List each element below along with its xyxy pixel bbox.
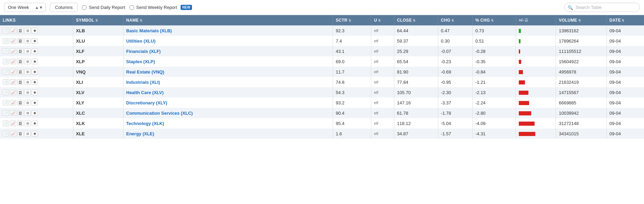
doc-icon[interactable]: 📄 <box>3 100 9 105</box>
settings-icon[interactable]: ⚙ <box>24 131 31 136</box>
settings-icon[interactable]: ⚙ <box>24 121 31 126</box>
asterisk-icon[interactable]: ✱ <box>32 59 38 64</box>
chart-icon[interactable]: 📈 <box>10 69 16 75</box>
image-icon[interactable]: 🖼 <box>17 28 23 33</box>
image-icon[interactable]: 🖼 <box>17 110 23 116</box>
col-volume[interactable]: VOLUME⇅ <box>556 15 607 25</box>
col-chg[interactable]: CHG⇅ <box>438 15 472 25</box>
doc-icon[interactable]: 📄 <box>3 90 9 95</box>
chart-icon[interactable]: 📈 <box>10 48 16 54</box>
chart-icon[interactable]: 📈 <box>10 110 16 116</box>
chart-icon[interactable]: 📈 <box>10 100 16 105</box>
name-cell[interactable]: Utilities (XLU) <box>123 36 333 46</box>
search-input[interactable] <box>564 3 640 12</box>
settings-icon[interactable]: ⚙ <box>24 59 31 64</box>
asterisk-icon[interactable]: ✱ <box>32 121 38 126</box>
settings-icon[interactable]: ⚙ <box>24 38 31 44</box>
col-date[interactable]: DATE⇅ <box>607 15 644 25</box>
settings-icon[interactable]: ⚙ <box>24 48 31 54</box>
asterisk-icon[interactable]: ✱ <box>32 131 38 136</box>
bar-cell <box>516 77 556 87</box>
image-icon[interactable]: 🖼 <box>17 131 23 136</box>
name-cell[interactable]: Industrials (XLI) <box>123 77 333 87</box>
close-cell: 65.54 <box>394 56 438 67</box>
chart-icon[interactable]: 📈 <box>10 121 16 126</box>
settings-icon[interactable]: ⚙ <box>24 28 31 33</box>
doc-icon[interactable]: 📄 <box>3 121 9 126</box>
asterisk-icon[interactable]: ✱ <box>32 110 38 116</box>
send-weekly-radio-group[interactable]: Send Weekly Report NEW <box>129 5 192 10</box>
col-sctr[interactable]: SCTR⇅ <box>333 15 371 25</box>
asterisk-icon[interactable]: ✱ <box>32 90 38 95</box>
doc-icon[interactable]: 📄 <box>3 110 9 116</box>
settings-icon[interactable]: ⚙ <box>24 90 31 95</box>
chart-icon[interactable]: 📈 <box>10 131 16 136</box>
name-cell[interactable]: Basic Materials (XLB) <box>123 25 333 36</box>
asterisk-icon[interactable]: ✱ <box>32 48 38 54</box>
col-close[interactable]: CLOSE⇅ <box>394 15 438 25</box>
name-cell[interactable]: Staples (XLP) <box>123 56 333 67</box>
settings-icon[interactable]: ⚙ <box>24 110 31 116</box>
image-icon[interactable]: 🖼 <box>17 121 23 126</box>
image-icon[interactable]: 🖼 <box>17 59 23 64</box>
image-icon[interactable]: 🖼 <box>17 79 23 85</box>
name-cell[interactable]: Health Care (XLV) <box>123 87 333 98</box>
send-weekly-radio[interactable] <box>129 5 134 10</box>
u-cell: etf <box>371 108 394 118</box>
col-pct-chg[interactable]: % CHG⇅ <box>472 15 516 25</box>
symbol-cell: XLE <box>73 128 123 139</box>
period-select[interactable]: One WeekOne MonthThree Months <box>4 3 46 12</box>
asterisk-icon[interactable]: ✱ <box>32 79 38 85</box>
chart-icon[interactable]: 📈 <box>10 38 16 44</box>
chart-icon[interactable]: 📈 <box>10 90 16 95</box>
links-cell: 📄 📈 🖼 ⚙ ✱ <box>0 128 73 139</box>
doc-icon[interactable]: 📄 <box>3 38 9 44</box>
bar-filter-icon[interactable]: ☰ <box>525 18 528 23</box>
doc-icon[interactable]: 📄 <box>3 79 9 85</box>
image-icon[interactable]: 🖼 <box>17 38 23 44</box>
settings-icon[interactable]: ⚙ <box>24 79 31 85</box>
settings-icon[interactable]: ⚙ <box>24 100 31 105</box>
col-bar[interactable]: +/-☰ <box>516 15 556 25</box>
send-weekly-label: Send Weekly Report <box>136 5 177 10</box>
chart-icon[interactable]: 📈 <box>10 28 16 33</box>
asterisk-icon[interactable]: ✱ <box>32 100 38 105</box>
close-cell: 34.87 <box>394 128 438 139</box>
send-daily-radio-group[interactable]: Send Daily Report <box>82 5 125 10</box>
doc-icon[interactable]: 📄 <box>3 48 9 54</box>
col-u[interactable]: U⇅ <box>371 15 394 25</box>
date-cell: 09-04 <box>607 108 644 118</box>
asterisk-icon[interactable]: ✱ <box>32 69 38 75</box>
columns-button[interactable]: Columns <box>50 3 78 12</box>
col-name[interactable]: NAME⇅ <box>123 15 333 25</box>
name-cell[interactable]: Technology (XLK) <box>123 118 333 128</box>
asterisk-icon[interactable]: ✱ <box>32 28 38 33</box>
chg-cell: -1.57 <box>438 128 472 139</box>
image-icon[interactable]: 🖼 <box>17 48 23 54</box>
name-cell[interactable]: Financials (XLF) <box>123 46 333 56</box>
chart-icon[interactable]: 📈 <box>10 79 16 85</box>
name-cell[interactable]: Discretionary (XLY) <box>123 98 333 108</box>
settings-icon[interactable]: ⚙ <box>24 69 31 75</box>
links-cell: 📄 📈 🖼 ⚙ ✱ <box>0 98 73 108</box>
col-symbol[interactable]: SYMBOL⇅ <box>73 15 123 25</box>
image-icon[interactable]: 🖼 <box>17 90 23 95</box>
table-row: 📄 📈 🖼 ⚙ ✱ VNQReal Estate (VNQ)11.7etf81.… <box>0 67 644 77</box>
doc-icon[interactable]: 📄 <box>3 131 9 136</box>
doc-icon[interactable]: 📄 <box>3 59 9 64</box>
chart-icon[interactable]: 📈 <box>10 59 16 64</box>
name-cell[interactable]: Communication Services (XLC) <box>123 108 333 118</box>
doc-icon[interactable]: 📄 <box>3 28 9 33</box>
search-wrapper: 🔍 <box>564 3 640 12</box>
send-daily-radio[interactable] <box>82 5 87 10</box>
date-cell: 09-04 <box>607 46 644 56</box>
table-row: 📄 📈 🖼 ⚙ ✱ XLCCommunication Services (XLC… <box>0 108 644 118</box>
name-cell[interactable]: Real Estate (VNQ) <box>123 67 333 77</box>
name-cell[interactable]: Energy (XLE) <box>123 128 333 139</box>
image-icon[interactable]: 🖼 <box>17 100 23 105</box>
doc-icon[interactable]: 📄 <box>3 69 9 75</box>
volume-sort-icon: ⇅ <box>578 19 581 22</box>
close-cell: 64.44 <box>394 25 438 36</box>
asterisk-icon[interactable]: ✱ <box>32 38 38 44</box>
image-icon[interactable]: 🖼 <box>17 69 23 75</box>
